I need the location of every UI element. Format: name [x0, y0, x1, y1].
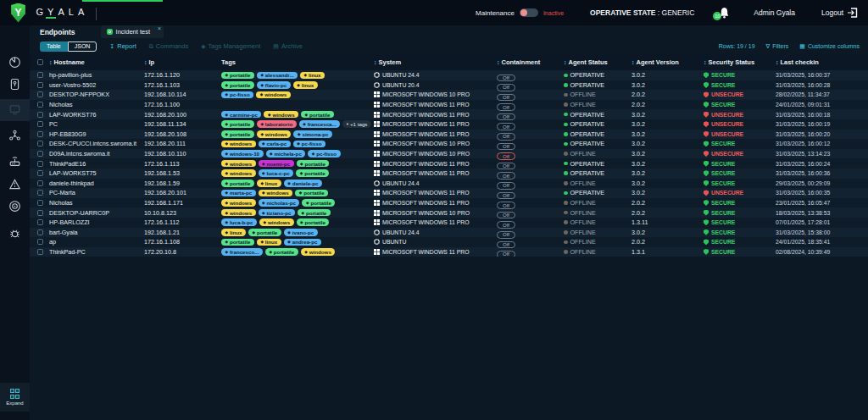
- table-row[interactable]: PC192.168.11.134◆portatile◆laboratorio◆f…: [30, 119, 868, 130]
- logout-button[interactable]: Logout: [821, 8, 858, 18]
- column-header-ip[interactable]: ↕Ip: [144, 58, 221, 66]
- maintenance-toggle[interactable]: [520, 8, 538, 17]
- notifications-button[interactable]: 10: [719, 7, 731, 19]
- row-checkbox[interactable]: [37, 170, 43, 176]
- sort-icon[interactable]: ↕: [564, 59, 567, 65]
- protection-target-icon[interactable]: [8, 200, 21, 213]
- tags-cell: ◆portatile◆flavio-pc◆linux: [221, 81, 374, 89]
- column-header-containment[interactable]: ↕Containment: [497, 58, 564, 66]
- sort-icon[interactable]: ↕: [49, 59, 53, 65]
- row-checkbox[interactable]: [37, 161, 43, 167]
- row-checkbox[interactable]: [37, 91, 43, 97]
- row-checkbox[interactable]: [37, 151, 43, 157]
- column-header-security-status[interactable]: ↕Security Status: [704, 58, 776, 66]
- tag-glyph-icon: ◆: [225, 201, 228, 205]
- tags-cell: ◆linux◆portatile◆ivano-pc: [221, 229, 374, 236]
- table-row[interactable]: LAP-WORKST76192.168.20.100◆carmine-pc◆wi…: [30, 109, 868, 119]
- endpoints-card-icon[interactable]: [8, 78, 21, 91]
- sort-icon[interactable]: ↕: [776, 59, 779, 65]
- tab-close-icon[interactable]: ×: [158, 25, 161, 32]
- tag-glyph-icon: ◆: [300, 220, 303, 224]
- table-row[interactable]: DESK-CPUCCI.intcns.swroma.it192.168.20.1…: [30, 139, 868, 149]
- brand-logo[interactable]: Y GYALA: [10, 3, 86, 23]
- report-button[interactable]: ↧ Report: [109, 42, 136, 50]
- tag-glyph-icon: ◆: [306, 201, 309, 205]
- user-menu[interactable]: Admin Gyala: [754, 8, 795, 17]
- row-checkbox[interactable]: [37, 180, 43, 186]
- filters-button[interactable]: ∇Filters: [766, 43, 789, 50]
- tag-label: portatile: [230, 82, 250, 88]
- tags-management-button[interactable]: ◈ Tags Management: [201, 42, 260, 50]
- row-checkbox[interactable]: [37, 210, 43, 216]
- table-row[interactable]: HP-EB830G9192.168.20.108◆portatile◆windo…: [30, 130, 868, 140]
- row-checkbox[interactable]: [37, 112, 43, 118]
- select-all-checkbox[interactable]: [37, 59, 43, 65]
- table-row[interactable]: Nicholas172.16.1.100MICROSOFT WINDOWS 11…: [30, 100, 868, 110]
- router-icon[interactable]: [8, 155, 21, 168]
- commands-button[interactable]: ⧉ Commands: [149, 42, 188, 50]
- agent-status-label: OPERATIVE: [570, 81, 605, 89]
- table-row[interactable]: D09A.intcns.swroma.it192.168.10.110◆wind…: [30, 149, 868, 159]
- agent-status-label: OFFLINE: [570, 238, 596, 246]
- table-row[interactable]: user-Vostro-5502172.16.1.103◆portatile◆f…: [30, 80, 868, 91]
- view-json-button[interactable]: JSON: [68, 41, 97, 52]
- row-checkbox[interactable]: [37, 141, 43, 146]
- sort-icon[interactable]: ↕: [374, 59, 377, 65]
- row-checkbox[interactable]: [37, 190, 43, 196]
- row-checkbox[interactable]: [37, 249, 43, 255]
- column-header-agent-status[interactable]: ↕Agent Status: [564, 58, 632, 66]
- table-row[interactable]: Nicholas192.168.1.171◆windows◆nicholas-p…: [30, 198, 868, 208]
- more-tags-chip[interactable]: ▾+1 tags: [342, 120, 371, 128]
- sort-icon[interactable]: ↕: [632, 59, 635, 65]
- sort-icon[interactable]: ↕: [144, 59, 147, 65]
- table-row[interactable]: daniele-thinkpad192.168.1.59◆portatile◆l…: [30, 179, 868, 189]
- table-row[interactable]: bart-Gyala192.168.1.21◆linux◆portatile◆i…: [30, 228, 868, 238]
- row-checkbox[interactable]: [37, 72, 43, 78]
- row-checkbox[interactable]: [37, 82, 43, 88]
- ip-cell: 192.168.20.111: [144, 140, 221, 147]
- row-checkbox[interactable]: [37, 131, 43, 137]
- table-row[interactable]: DESKTOP-UARRC0P10.10.8.123◆windows◆tizia…: [30, 207, 868, 218]
- row-checkbox[interactable]: [37, 239, 43, 245]
- row-checkbox[interactable]: [37, 219, 43, 225]
- table-row[interactable]: hp-pavilion-plus172.16.1.120◆portatile◆a…: [30, 70, 868, 80]
- sidebar-item-active[interactable]: [0, 99, 30, 121]
- table-row[interactable]: LAP-WORKST75192.168.1.53◆windows◆luca-c-…: [30, 169, 868, 179]
- sidebar-expand-button[interactable]: Expand: [0, 383, 30, 412]
- tag-label: portatile: [274, 249, 294, 255]
- tag-glyph-icon: ◆: [225, 191, 228, 195]
- row-checkbox[interactable]: [37, 200, 43, 206]
- sort-icon[interactable]: ↕: [704, 59, 707, 65]
- archive-button[interactable]: ▤ Archive: [273, 42, 303, 50]
- view-table-button[interactable]: Table: [40, 41, 68, 52]
- row-checkbox[interactable]: [37, 121, 43, 127]
- table-row[interactable]: ThinkPad-PC172.20.10.8◆francesco...◆port…: [30, 247, 868, 257]
- customize-columns-button[interactable]: ▦Customize columns: [799, 43, 860, 50]
- hazard-triangle-icon[interactable]: [8, 178, 21, 191]
- filters-label: Filters: [772, 43, 788, 49]
- row-checkbox[interactable]: [37, 102, 43, 108]
- dashboard-icon[interactable]: [8, 56, 21, 69]
- system-cell: MICROSOFT WINDOWS 11 PRO: [374, 112, 497, 118]
- table-row[interactable]: ThinkPadE16172.16.1.113◆windows◆noemi-pc…: [30, 158, 868, 169]
- table-row[interactable]: ap172.16.1.108◆portatile◆linux◆andrea-pc…: [30, 237, 868, 247]
- threat-bug-icon[interactable]: [8, 227, 21, 240]
- tab-incident-test[interactable]: Incident test ×: [101, 25, 164, 38]
- windows-icon: [374, 170, 380, 176]
- tag-label: portatile: [309, 112, 330, 118]
- column-header-agent-version[interactable]: ↕Agent Version: [632, 58, 704, 66]
- table-row[interactable]: PC-Marta192.168.20.101◆marta-pc◆windows◆…: [30, 188, 868, 198]
- column-header-hostname[interactable]: ↕Hostname: [49, 58, 144, 66]
- table-row[interactable]: DESKTOP-NFPPOKX192.168.10.114◆pc-fisso◆w…: [30, 90, 868, 100]
- column-header-system[interactable]: ↕System: [374, 58, 497, 66]
- brand-letter: G: [34, 7, 46, 19]
- tag-glyph-icon: ◆: [260, 132, 263, 136]
- table-row[interactable]: HP-BARLOZZI172.16.1.112◆luca-b-pc◆window…: [30, 218, 868, 228]
- row-checkbox[interactable]: [37, 229, 43, 235]
- network-atom-icon[interactable]: [8, 130, 21, 142]
- agent-status-cell: OFFLINE: [564, 229, 632, 236]
- sort-icon[interactable]: ↕: [497, 59, 500, 65]
- tag-label: alessandr...: [265, 72, 294, 78]
- tag-label: portatile: [306, 210, 326, 216]
- column-header-last-checkin[interactable]: ↕Last checkin: [776, 58, 865, 66]
